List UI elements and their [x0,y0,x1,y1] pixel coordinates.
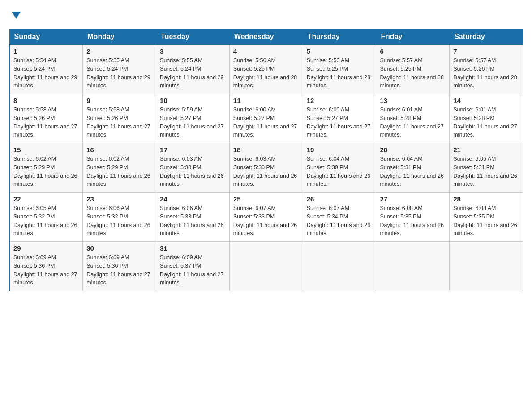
calendar-day-cell: 21 Sunrise: 6:05 AM Sunset: 5:31 PM Dayl… [450,143,523,193]
calendar-day-cell: 30 Sunrise: 6:09 AM Sunset: 5:36 PM Dayl… [83,242,156,291]
calendar-day-cell: 31 Sunrise: 6:09 AM Sunset: 5:37 PM Dayl… [156,242,230,291]
day-number: 28 [453,195,519,203]
calendar-day-cell: 27 Sunrise: 6:08 AM Sunset: 5:35 PM Dayl… [376,193,450,242]
calendar-day-cell: 1 Sunrise: 5:54 AM Sunset: 5:24 PM Dayli… [9,45,83,94]
day-info: Sunrise: 6:04 AM Sunset: 5:30 PM Dayligh… [307,155,373,188]
calendar-day-cell: 9 Sunrise: 5:58 AM Sunset: 5:26 PM Dayli… [83,94,156,143]
day-info: Sunrise: 6:03 AM Sunset: 5:30 PM Dayligh… [233,155,299,188]
day-number: 4 [233,47,299,55]
calendar-day-cell: 16 Sunrise: 6:02 AM Sunset: 5:29 PM Dayl… [83,143,156,193]
day-number: 13 [380,97,446,104]
day-info: Sunrise: 6:00 AM Sunset: 5:27 PM Dayligh… [233,106,299,139]
day-info: Sunrise: 6:00 AM Sunset: 5:27 PM Dayligh… [307,106,373,139]
day-header-tuesday: Tuesday [156,29,230,45]
day-header-thursday: Thursday [303,29,376,45]
day-info: Sunrise: 5:57 AM Sunset: 5:26 PM Dayligh… [453,56,519,90]
calendar-week-row: 29 Sunrise: 6:09 AM Sunset: 5:36 PM Dayl… [9,242,523,291]
calendar-table: SundayMondayTuesdayWednesdayThursdayFrid… [9,29,523,291]
day-info: Sunrise: 6:09 AM Sunset: 5:37 PM Dayligh… [160,253,226,287]
calendar-week-row: 1 Sunrise: 5:54 AM Sunset: 5:24 PM Dayli… [9,45,523,94]
logo [9,9,24,21]
day-number: 6 [380,47,446,55]
day-number: 25 [233,195,299,203]
day-header-saturday: Saturday [450,29,523,45]
day-number: 9 [86,97,152,104]
calendar-day-cell: 3 Sunrise: 5:55 AM Sunset: 5:24 PM Dayli… [156,45,230,94]
calendar-day-cell: 13 Sunrise: 6:01 AM Sunset: 5:28 PM Dayl… [376,94,450,143]
day-number: 12 [307,97,373,104]
calendar-day-cell: 23 Sunrise: 6:06 AM Sunset: 5:32 PM Dayl… [83,193,156,242]
day-header-wednesday: Wednesday [229,29,303,45]
day-info: Sunrise: 6:01 AM Sunset: 5:28 PM Dayligh… [453,106,519,139]
day-number: 23 [86,195,152,203]
day-number: 7 [453,47,519,55]
day-number: 8 [13,97,79,104]
day-number: 18 [233,146,299,154]
day-number: 14 [453,97,519,104]
day-number: 10 [160,97,226,104]
day-info: Sunrise: 6:08 AM Sunset: 5:35 PM Dayligh… [380,204,446,238]
svg-marker-0 [12,12,21,19]
day-number: 31 [160,244,226,252]
calendar-day-cell [376,242,450,291]
day-number: 29 [13,244,79,252]
day-number: 19 [307,146,373,154]
calendar-day-cell: 7 Sunrise: 5:57 AM Sunset: 5:26 PM Dayli… [450,45,523,94]
calendar-day-cell [450,242,523,291]
day-header-friday: Friday [376,29,450,45]
day-info: Sunrise: 6:07 AM Sunset: 5:33 PM Dayligh… [233,204,299,238]
calendar-day-cell: 20 Sunrise: 6:04 AM Sunset: 5:31 PM Dayl… [376,143,450,193]
calendar-day-cell: 25 Sunrise: 6:07 AM Sunset: 5:33 PM Dayl… [229,193,303,242]
day-number: 1 [13,47,79,55]
day-header-row: SundayMondayTuesdayWednesdayThursdayFrid… [9,29,523,45]
calendar-day-cell: 6 Sunrise: 5:57 AM Sunset: 5:25 PM Dayli… [376,45,450,94]
day-info: Sunrise: 5:54 AM Sunset: 5:24 PM Dayligh… [13,56,79,90]
day-info: Sunrise: 6:05 AM Sunset: 5:32 PM Dayligh… [13,204,79,238]
day-number: 16 [86,146,152,154]
day-info: Sunrise: 6:02 AM Sunset: 5:29 PM Dayligh… [86,155,152,188]
calendar-week-row: 22 Sunrise: 6:05 AM Sunset: 5:32 PM Dayl… [9,193,523,242]
calendar-day-cell: 5 Sunrise: 5:56 AM Sunset: 5:25 PM Dayli… [303,45,376,94]
calendar-day-cell: 11 Sunrise: 6:00 AM Sunset: 5:27 PM Dayl… [229,94,303,143]
day-number: 30 [86,244,152,252]
day-info: Sunrise: 6:05 AM Sunset: 5:31 PM Dayligh… [453,155,519,188]
day-info: Sunrise: 5:56 AM Sunset: 5:25 PM Dayligh… [233,56,299,90]
day-number: 27 [380,195,446,203]
day-number: 5 [307,47,373,55]
calendar-week-row: 8 Sunrise: 5:58 AM Sunset: 5:26 PM Dayli… [9,94,523,143]
calendar-day-cell [229,242,303,291]
day-info: Sunrise: 6:02 AM Sunset: 5:29 PM Dayligh… [13,155,79,188]
day-header-monday: Monday [83,29,156,45]
day-info: Sunrise: 6:06 AM Sunset: 5:33 PM Dayligh… [160,204,226,238]
calendar-day-cell: 19 Sunrise: 6:04 AM Sunset: 5:30 PM Dayl… [303,143,376,193]
day-info: Sunrise: 5:55 AM Sunset: 5:24 PM Dayligh… [160,56,226,90]
calendar-day-cell: 8 Sunrise: 5:58 AM Sunset: 5:26 PM Dayli… [9,94,83,143]
day-info: Sunrise: 6:07 AM Sunset: 5:34 PM Dayligh… [307,204,373,238]
calendar-day-cell: 29 Sunrise: 6:09 AM Sunset: 5:36 PM Dayl… [9,242,83,291]
day-info: Sunrise: 5:59 AM Sunset: 5:27 PM Dayligh… [160,106,226,139]
calendar-day-cell: 2 Sunrise: 5:55 AM Sunset: 5:24 PM Dayli… [83,45,156,94]
day-info: Sunrise: 6:04 AM Sunset: 5:31 PM Dayligh… [380,155,446,188]
day-number: 11 [233,97,299,104]
day-number: 2 [86,47,152,55]
day-info: Sunrise: 6:01 AM Sunset: 5:28 PM Dayligh… [380,106,446,139]
day-info: Sunrise: 5:56 AM Sunset: 5:25 PM Dayligh… [307,56,373,90]
calendar-day-cell: 12 Sunrise: 6:00 AM Sunset: 5:27 PM Dayl… [303,94,376,143]
calendar-day-cell [303,242,376,291]
day-info: Sunrise: 5:55 AM Sunset: 5:24 PM Dayligh… [86,56,152,90]
day-number: 24 [160,195,226,203]
page-header [9,9,523,21]
day-info: Sunrise: 6:06 AM Sunset: 5:32 PM Dayligh… [86,204,152,238]
calendar-day-cell: 14 Sunrise: 6:01 AM Sunset: 5:28 PM Dayl… [450,94,523,143]
day-header-sunday: Sunday [9,29,83,45]
day-info: Sunrise: 5:57 AM Sunset: 5:25 PM Dayligh… [380,56,446,90]
calendar-day-cell: 28 Sunrise: 6:08 AM Sunset: 5:35 PM Dayl… [450,193,523,242]
calendar-day-cell: 15 Sunrise: 6:02 AM Sunset: 5:29 PM Dayl… [9,143,83,193]
day-info: Sunrise: 5:58 AM Sunset: 5:26 PM Dayligh… [86,106,152,139]
day-info: Sunrise: 6:09 AM Sunset: 5:36 PM Dayligh… [86,253,152,287]
calendar-day-cell: 24 Sunrise: 6:06 AM Sunset: 5:33 PM Dayl… [156,193,230,242]
calendar-day-cell: 4 Sunrise: 5:56 AM Sunset: 5:25 PM Dayli… [229,45,303,94]
calendar-day-cell: 10 Sunrise: 5:59 AM Sunset: 5:27 PM Dayl… [156,94,230,143]
day-info: Sunrise: 6:09 AM Sunset: 5:36 PM Dayligh… [13,253,79,287]
day-number: 26 [307,195,373,203]
